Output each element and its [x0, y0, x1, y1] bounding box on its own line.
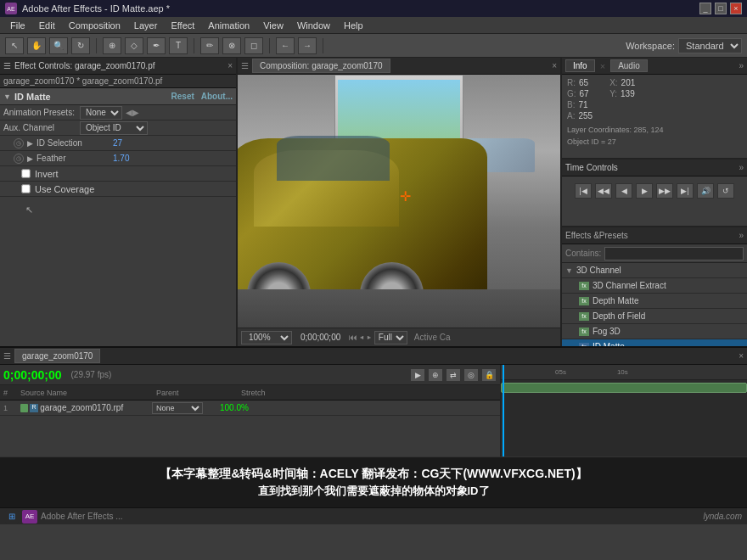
about-link[interactable]: About...: [201, 92, 233, 101]
comp-close-icon[interactable]: ×: [552, 61, 557, 70]
menu-window[interactable]: Window: [290, 20, 337, 31]
presets-nav-right[interactable]: ▶: [132, 108, 139, 117]
eraser-tool[interactable]: ◻: [244, 37, 263, 54]
info-b-row: B: 71: [567, 100, 593, 109]
menu-animation[interactable]: Animation: [201, 20, 256, 31]
tc-play[interactable]: ▶: [636, 183, 653, 199]
info-panel-close[interactable]: »: [739, 61, 744, 70]
invert-checkbox[interactable]: [21, 169, 30, 177]
parent-select[interactable]: None: [152, 402, 203, 414]
tl-btn-preview[interactable]: ▶: [410, 368, 425, 382]
item-id-matte[interactable]: fx ID Matte: [562, 339, 747, 346]
presets-nav-left[interactable]: ◀: [126, 108, 132, 117]
toolbar-sep-2: [194, 38, 194, 53]
menu-help[interactable]: Help: [337, 20, 370, 31]
reset-link[interactable]: Reset: [171, 92, 194, 101]
workspace-select[interactable]: Standard: [678, 38, 742, 53]
panel-close-icon[interactable]: ×: [227, 61, 233, 70]
category-3d-channel[interactable]: ▼ 3D Channel: [562, 263, 747, 278]
timeline-toolbar: 0;00;00;00 (29.97 fps) ▶ ⊕ ⇄ ◎ 🔒: [0, 365, 500, 385]
rotate-tool[interactable]: ↻: [71, 37, 90, 54]
tc-tab-label[interactable]: Time Controls: [565, 163, 618, 172]
tl-timecode[interactable]: 0;00;00;00: [3, 368, 62, 382]
composition-tab[interactable]: Composition: garage_zoom0170: [252, 59, 390, 73]
item-depth-matte[interactable]: fx Depth Matte: [562, 294, 747, 309]
ep-close[interactable]: »: [739, 231, 744, 240]
close-button[interactable]: ×: [730, 3, 742, 14]
status-ae[interactable]: ⊞ AE Adobe After Effects ...: [5, 510, 123, 524]
comp-viewer[interactable]: ✛: [238, 75, 560, 328]
anchor-tool[interactable]: ⊕: [103, 37, 121, 54]
timeline-icon: ☰: [3, 351, 11, 361]
timeline-tab[interactable]: garage_zoom0170: [14, 349, 100, 363]
menu-effect[interactable]: Effect: [164, 20, 201, 31]
mask-tool[interactable]: ◇: [125, 37, 143, 54]
windows-start-icon[interactable]: ⊞: [5, 510, 19, 524]
tl-btn-solo[interactable]: ◎: [463, 368, 479, 382]
use-coverage-row: Use Coverage: [0, 182, 236, 197]
ae-status-label[interactable]: Adobe After Effects ...: [41, 512, 123, 521]
animation-presets-select[interactable]: None: [80, 106, 122, 120]
timeline-close[interactable]: ×: [739, 351, 744, 361]
effects-search-input[interactable]: [604, 247, 744, 260]
tc-loop[interactable]: ↺: [717, 183, 734, 199]
tab-info[interactable]: Info: [565, 59, 595, 72]
tc-last-frame[interactable]: ▶|: [677, 183, 694, 199]
tab-audio[interactable]: Audio: [610, 59, 648, 72]
quality-select[interactable]: Full: [374, 331, 407, 344]
nav-fwd[interactable]: →: [298, 37, 317, 54]
feather-toggle[interactable]: ▶: [27, 154, 33, 163]
aux-channel-row: Aux. Channel Object ID: [0, 120, 236, 136]
nav-back[interactable]: ←: [276, 37, 295, 54]
clone-tool[interactable]: ⊗: [222, 37, 241, 54]
id-selection-toggle[interactable]: ▶: [27, 139, 33, 148]
aux-channel-select[interactable]: Object ID: [80, 121, 148, 135]
ae-app-icon[interactable]: AE: [22, 510, 37, 524]
tc-play-back[interactable]: ◀: [615, 183, 632, 199]
minimize-button[interactable]: _: [699, 3, 711, 14]
item-3d-channel-extract[interactable]: fx 3D Channel Extract: [562, 278, 747, 294]
window-controls[interactable]: _ □ ×: [699, 3, 742, 14]
pen-tool[interactable]: ✒: [147, 37, 166, 54]
id-selection-value[interactable]: 27: [113, 138, 122, 148]
collapse-triangle[interactable]: ▼: [3, 92, 11, 101]
effect-controls-tab[interactable]: Effect Controls: garage_zoom0170.pf: [14, 61, 154, 70]
timeline-right[interactable]: 05s 10s: [501, 365, 747, 456]
selection-tool[interactable]: ↖: [5, 37, 24, 54]
feather-value[interactable]: 1.70: [113, 154, 129, 163]
info-g-row: G: 67: [567, 89, 593, 98]
maximize-button[interactable]: □: [715, 3, 727, 14]
zoom-select[interactable]: 100%: [241, 331, 292, 344]
hand-tool[interactable]: ✋: [27, 37, 46, 54]
feather-stopwatch[interactable]: ◷: [14, 154, 24, 164]
text-tool[interactable]: T: [169, 37, 188, 54]
tc-play-fwd[interactable]: ▶▶: [656, 183, 673, 199]
layer-parent[interactable]: None: [152, 402, 220, 414]
tc-close[interactable]: »: [739, 163, 744, 172]
id-selection-stopwatch[interactable]: ◷: [14, 138, 24, 148]
g-value: 67: [580, 89, 589, 98]
item-depth-of-field[interactable]: fx Depth of Field: [562, 309, 747, 324]
menu-composition[interactable]: Composition: [62, 20, 127, 31]
brush-tool[interactable]: ✏: [200, 37, 219, 54]
ep-tab-label[interactable]: Effects &Presets: [565, 231, 628, 240]
menu-file[interactable]: File: [3, 20, 32, 31]
tc-audio-toggle[interactable]: 🔊: [697, 183, 714, 199]
tl-btn-switch[interactable]: ⇄: [446, 368, 461, 382]
tc-prev-frame[interactable]: ◀◀: [595, 183, 612, 199]
toolbar-sep-4: [323, 38, 323, 53]
item-icon-depth-matte: fx: [579, 297, 589, 305]
zoom-tool[interactable]: 🔍: [49, 37, 68, 54]
tl-btn-render[interactable]: ⊕: [428, 368, 443, 382]
table-row[interactable]: 1 R garage_zoom0170.rpf None 100.0%: [0, 400, 500, 416]
use-coverage-checkbox[interactable]: [21, 184, 30, 193]
tc-first-frame[interactable]: |◀: [575, 183, 592, 199]
menu-view[interactable]: View: [256, 20, 290, 31]
tl-playhead[interactable]: [503, 365, 504, 456]
layer-bar[interactable]: [501, 383, 747, 393]
info-col-right: X: 201 Y: 139: [609, 78, 635, 120]
menu-layer[interactable]: Layer: [127, 20, 165, 31]
menu-edit[interactable]: Edit: [32, 20, 62, 31]
item-fog-3d[interactable]: fx Fog 3D: [562, 324, 747, 339]
tl-btn-lock[interactable]: 🔒: [481, 368, 497, 382]
